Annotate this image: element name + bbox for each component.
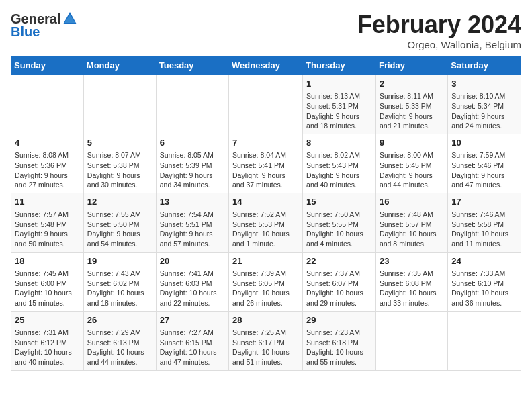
- header-wednesday: Wednesday: [229, 56, 303, 75]
- day-number: 3: [451, 78, 517, 90]
- day-info: Sunset: 5:50 PM: [87, 220, 152, 230]
- day-info: Sunset: 5:51 PM: [160, 220, 225, 230]
- day-info: Sunset: 5:46 PM: [451, 161, 517, 171]
- day-info: Sunrise: 7:27 AM: [160, 328, 225, 338]
- day-info: Sunset: 5:38 PM: [87, 161, 152, 171]
- day-number: 17: [451, 196, 517, 208]
- day-info: Sunrise: 7:41 AM: [160, 269, 225, 279]
- day-info: Sunrise: 7:57 AM: [15, 210, 80, 220]
- day-info: Sunrise: 7:29 AM: [87, 328, 152, 338]
- day-info: Daylight: 10 hours and 18 minutes.: [87, 288, 152, 308]
- day-info: Sunset: 5:31 PM: [306, 101, 372, 111]
- day-number: 9: [380, 137, 444, 149]
- calendar-cell: 13Sunrise: 7:54 AMSunset: 5:51 PMDayligh…: [156, 193, 228, 252]
- day-info: Daylight: 10 hours and 55 minutes.: [306, 347, 372, 367]
- calendar-cell: 23Sunrise: 7:35 AMSunset: 6:08 PMDayligh…: [375, 252, 447, 311]
- day-info: Sunrise: 8:13 AM: [306, 91, 372, 101]
- day-info: Daylight: 10 hours and 8 minutes.: [380, 229, 444, 248]
- day-info: Sunset: 5:41 PM: [232, 161, 299, 171]
- calendar-cell: 10Sunrise: 7:59 AMSunset: 5:46 PMDayligh…: [448, 134, 521, 193]
- day-info: Daylight: 9 hours and 40 minutes.: [306, 171, 372, 190]
- calendar-cell: 28Sunrise: 7:25 AMSunset: 6:17 PMDayligh…: [229, 311, 303, 370]
- calendar-cell: 3Sunrise: 8:10 AMSunset: 5:34 PMDaylight…: [448, 75, 521, 134]
- header-saturday: Saturday: [448, 56, 521, 75]
- day-info: Sunset: 6:10 PM: [451, 279, 517, 289]
- calendar-cell: 11Sunrise: 7:57 AMSunset: 5:48 PMDayligh…: [11, 193, 84, 252]
- calendar-week-3: 11Sunrise: 7:57 AMSunset: 5:48 PMDayligh…: [11, 193, 521, 252]
- day-info: Sunrise: 7:59 AM: [451, 150, 517, 161]
- day-info: Sunrise: 7:37 AM: [306, 269, 372, 279]
- day-info: Daylight: 9 hours and 24 minutes.: [451, 111, 517, 131]
- calendar-cell: 7Sunrise: 8:04 AMSunset: 5:41 PMDaylight…: [229, 134, 303, 193]
- day-info: Sunrise: 7:46 AM: [451, 210, 517, 220]
- day-info: Sunset: 6:02 PM: [87, 279, 152, 289]
- svg-marker-1: [64, 15, 75, 23]
- calendar-cell: 18Sunrise: 7:45 AMSunset: 6:00 PMDayligh…: [11, 252, 84, 311]
- header-thursday: Thursday: [303, 56, 376, 75]
- day-number: 6: [160, 137, 225, 149]
- day-number: 5: [87, 137, 152, 149]
- day-info: Daylight: 10 hours and 40 minutes.: [15, 347, 80, 367]
- day-info: Sunset: 5:55 PM: [306, 220, 372, 230]
- day-info: Sunset: 5:58 PM: [451, 220, 517, 230]
- day-info: Sunrise: 7:39 AM: [232, 269, 299, 279]
- day-number: 13: [160, 196, 225, 208]
- title-block: February 2024 Orgeo, Wallonia, Belgium: [357, 11, 521, 50]
- day-number: 27: [160, 314, 225, 326]
- calendar-week-5: 25Sunrise: 7:31 AMSunset: 6:12 PMDayligh…: [11, 311, 521, 370]
- day-info: Sunrise: 7:23 AM: [306, 328, 372, 338]
- day-info: Daylight: 9 hours and 34 minutes.: [160, 171, 225, 190]
- header-sunday: Sunday: [11, 56, 84, 75]
- day-info: Sunset: 6:17 PM: [232, 338, 299, 348]
- day-info: Daylight: 9 hours and 21 minutes.: [380, 111, 444, 131]
- day-info: Sunrise: 8:08 AM: [15, 150, 80, 161]
- location-subtitle: Orgeo, Wallonia, Belgium: [357, 39, 521, 50]
- day-number: 15: [306, 196, 372, 208]
- calendar-cell: [229, 75, 303, 134]
- logo-icon: [62, 11, 78, 27]
- calendar-cell: 20Sunrise: 7:41 AMSunset: 6:03 PMDayligh…: [156, 252, 228, 311]
- day-info: Sunrise: 7:50 AM: [306, 210, 372, 220]
- calendar-week-2: 4Sunrise: 8:08 AMSunset: 5:36 PMDaylight…: [11, 134, 521, 193]
- page-header: General Blue February 2024 Orgeo, Wallon…: [11, 11, 521, 50]
- day-number: 23: [380, 255, 444, 267]
- day-info: Daylight: 9 hours and 44 minutes.: [380, 171, 444, 190]
- calendar-cell: 5Sunrise: 8:07 AMSunset: 5:38 PMDaylight…: [83, 134, 156, 193]
- day-info: Daylight: 10 hours and 47 minutes.: [160, 347, 225, 367]
- day-info: Daylight: 10 hours and 22 minutes.: [160, 288, 225, 308]
- calendar-table: SundayMondayTuesdayWednesdayThursdayFrid…: [11, 56, 521, 371]
- day-info: Sunrise: 7:31 AM: [15, 328, 80, 338]
- day-info: Sunset: 5:39 PM: [160, 161, 225, 171]
- calendar-cell: 2Sunrise: 8:11 AMSunset: 5:33 PMDaylight…: [375, 75, 447, 134]
- day-info: Daylight: 9 hours and 54 minutes.: [87, 229, 152, 248]
- calendar-cell: [448, 311, 521, 370]
- day-info: Sunrise: 8:07 AM: [87, 150, 152, 161]
- day-info: Daylight: 9 hours and 30 minutes.: [87, 171, 152, 190]
- calendar-week-1: 1Sunrise: 8:13 AMSunset: 5:31 PMDaylight…: [11, 75, 521, 134]
- day-number: 29: [306, 314, 372, 326]
- day-info: Daylight: 10 hours and 11 minutes.: [451, 229, 517, 248]
- day-info: Sunset: 6:18 PM: [306, 338, 372, 348]
- day-number: 1: [306, 78, 372, 90]
- calendar-cell: 4Sunrise: 8:08 AMSunset: 5:36 PMDaylight…: [11, 134, 84, 193]
- day-number: 19: [87, 255, 152, 267]
- day-info: Daylight: 10 hours and 4 minutes.: [306, 229, 372, 248]
- day-info: Sunrise: 7:54 AM: [160, 210, 225, 220]
- day-info: Sunrise: 7:55 AM: [87, 210, 152, 220]
- day-info: Sunset: 5:34 PM: [451, 101, 517, 111]
- day-number: 8: [306, 137, 372, 149]
- day-info: Daylight: 9 hours and 18 minutes.: [306, 111, 372, 131]
- calendar-cell: 24Sunrise: 7:33 AMSunset: 6:10 PMDayligh…: [448, 252, 521, 311]
- day-info: Sunset: 5:57 PM: [380, 220, 444, 230]
- day-number: 11: [15, 196, 80, 208]
- day-info: Sunset: 6:07 PM: [306, 279, 372, 289]
- day-info: Sunrise: 8:04 AM: [232, 150, 299, 161]
- day-info: Sunrise: 7:48 AM: [380, 210, 444, 220]
- day-info: Sunrise: 7:43 AM: [87, 269, 152, 279]
- calendar-cell: 8Sunrise: 8:02 AMSunset: 5:43 PMDaylight…: [303, 134, 376, 193]
- calendar-cell: 9Sunrise: 8:00 AMSunset: 5:45 PMDaylight…: [375, 134, 447, 193]
- day-info: Daylight: 10 hours and 36 minutes.: [451, 288, 517, 308]
- day-info: Daylight: 10 hours and 1 minute.: [232, 229, 299, 248]
- calendar-cell: [156, 75, 228, 134]
- day-info: Daylight: 10 hours and 29 minutes.: [306, 288, 372, 308]
